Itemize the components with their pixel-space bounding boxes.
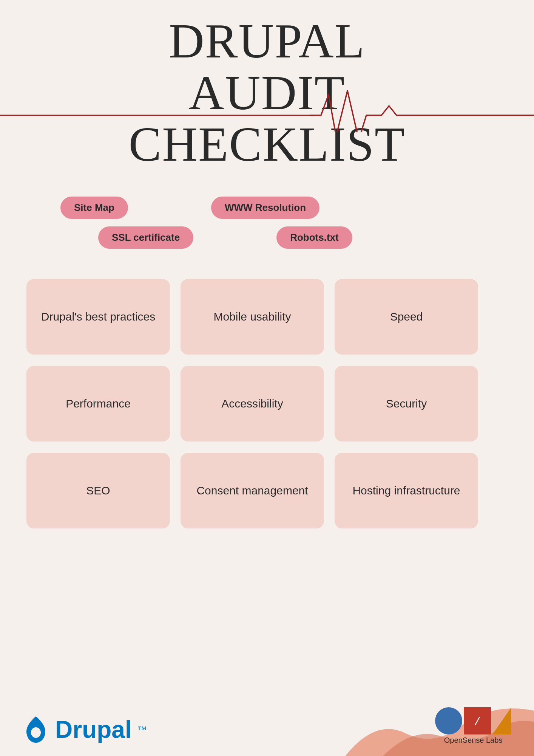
card-consent-management[interactable]: Consent management (181, 453, 324, 528)
card-performance[interactable]: Performance (26, 366, 170, 442)
grid-row-3: SEO Consent management Hosting infrastru… (26, 453, 508, 528)
tag-robots-txt[interactable]: Robots.txt (276, 226, 352, 249)
title-line1: DRUPAL (169, 14, 365, 68)
drupal-logo: Drupal ™ (23, 714, 147, 745)
card-seo[interactable]: SEO (26, 453, 170, 528)
drupal-trademark: ™ (138, 725, 147, 735)
opensense-logo: / OpenSense Labs (435, 707, 511, 745)
card-label: SEO (86, 484, 110, 497)
title-section: DRUPAL AUDIT CHECKLIST (0, 0, 534, 170)
footer: Drupal ™ / OpenSense Labs (0, 680, 534, 756)
tags-row-1: Site Map WWW Resolution (30, 197, 504, 219)
opensense-circle-icon (435, 707, 462, 734)
opensense-square-icon: / (464, 707, 491, 734)
card-label: Performance (66, 397, 131, 410)
tags-row-2: SSL certificate Robots.txt (30, 226, 504, 249)
opensense-triangle-icon (492, 707, 511, 734)
opensense-icons-group: / (435, 707, 511, 734)
tag-site-map[interactable]: Site Map (60, 197, 128, 219)
grid-row-1: Drupal's best practices Mobile usability… (26, 279, 508, 355)
tag-www-resolution[interactable]: WWW Resolution (211, 197, 319, 219)
card-label: Security (386, 397, 427, 410)
drupal-drop-icon (23, 714, 49, 745)
card-label: Speed (390, 310, 423, 323)
grid-row-2: Performance Accessibility Security (26, 366, 508, 442)
card-label: Drupal's best practices (41, 310, 156, 323)
opensense-slash-icon: / (474, 713, 480, 729)
tag-ssl-certificate[interactable]: SSL certificate (98, 226, 193, 249)
card-label: Consent management (196, 484, 308, 497)
grid-section: Drupal's best practices Mobile usability… (0, 264, 534, 544)
card-mobile-usability[interactable]: Mobile usability (181, 279, 324, 355)
opensense-label-text: OpenSense Labs (444, 736, 503, 745)
card-accessibility[interactable]: Accessibility (181, 366, 324, 442)
page-container: DRUPAL AUDIT CHECKLIST Site Map WWW Reso… (0, 0, 534, 756)
heartbeat-decoration (0, 87, 534, 132)
card-hosting-infrastructure[interactable]: Hosting infrastructure (335, 453, 478, 528)
card-label: Hosting infrastructure (352, 484, 460, 497)
tags-section: Site Map WWW Resolution SSL certificate … (0, 178, 534, 256)
card-label: Accessibility (221, 397, 283, 410)
card-label: Mobile usability (213, 310, 291, 323)
card-speed[interactable]: Speed (335, 279, 478, 355)
card-drupal-best-practices[interactable]: Drupal's best practices (26, 279, 170, 355)
card-security[interactable]: Security (335, 366, 478, 442)
drupal-name-text: Drupal (55, 716, 132, 744)
